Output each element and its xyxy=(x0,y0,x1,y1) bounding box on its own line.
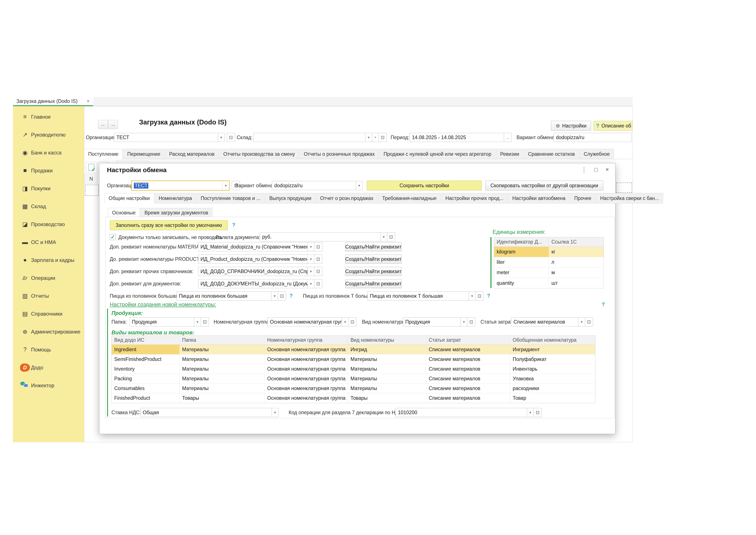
dtab-avtoobmen[interactable]: Настройки автообмена xyxy=(508,193,570,204)
chevron-down-icon[interactable]: ▾ xyxy=(469,292,475,300)
itab-osnovnye[interactable]: Основные xyxy=(108,208,140,217)
app-tab[interactable]: Загрузка данных (Dodo IS) × xyxy=(13,97,93,106)
materials-cell[interactable]: Материалы xyxy=(179,364,265,374)
help-icon[interactable]: ? xyxy=(289,293,293,299)
units-cell[interactable]: кг xyxy=(549,247,604,257)
open-link-icon[interactable]: ⊡ xyxy=(314,267,322,276)
materials-row-ingredient[interactable]: Ingredient Материалы Основная номенклату… xyxy=(112,345,595,354)
units-col2-header[interactable]: Ссылка 1С xyxy=(549,237,604,246)
open-link-icon[interactable]: ⊡ xyxy=(314,279,322,288)
folder-value[interactable]: Продукция xyxy=(129,317,194,326)
units-col1-header[interactable]: Идентификатор Д... xyxy=(494,237,549,246)
units-cell[interactable]: kilogram xyxy=(494,247,549,257)
help-icon[interactable]: ? xyxy=(602,301,605,307)
materials-cell[interactable]: Материалы xyxy=(179,383,265,393)
materials-cell[interactable]: Списание материалов xyxy=(426,383,510,393)
sidebar-item-bank-i-kassa[interactable]: ◉Банк и касса xyxy=(13,144,84,161)
materials-col-header[interactable]: Статья затрат xyxy=(426,336,510,345)
materials-cell[interactable]: Товары xyxy=(179,393,265,403)
materials-cell[interactable]: Ingredient xyxy=(112,345,179,354)
materials-cell[interactable]: Основная номенклатурная группа xyxy=(264,345,348,354)
materials-cell[interactable]: Packing xyxy=(112,374,179,383)
materials-row-inventory[interactable]: Inventory Материалы Основная номенклатур… xyxy=(112,364,595,374)
units-row-kilogram[interactable]: kilogram кг xyxy=(494,247,604,257)
grid-selected-row-left[interactable] xyxy=(85,185,99,196)
materials-cell[interactable]: Инвентарь xyxy=(510,364,595,374)
units-row-meter[interactable]: meter м xyxy=(494,268,604,278)
ellipsis-icon[interactable]: ... xyxy=(504,133,512,142)
units-cell[interactable]: liter xyxy=(494,257,549,267)
open-link-icon[interactable]: ⊡ xyxy=(201,317,209,326)
dtab-nomenklatura[interactable]: Номенклатура xyxy=(154,193,196,204)
itab-vremya-zagruzki[interactable]: Время загрузки документов xyxy=(140,208,212,217)
nomenclature-kind-value[interactable]: Продукция xyxy=(403,317,461,326)
attr-docs-field[interactable]: ИД_ДОДО_ДОКУМЕНТЫ_dodopizza_ru (Документ… xyxy=(198,279,322,288)
help-icon[interactable]: ? xyxy=(487,293,490,299)
sidebar-item-administrirovanie[interactable]: ⊛Администрирование xyxy=(13,323,84,341)
settings-button[interactable]: ⊛ Настройки xyxy=(551,121,591,131)
cost-item-value[interactable]: Списание материалов xyxy=(511,317,579,326)
dtab-prochee[interactable]: Прочее xyxy=(570,193,595,204)
sidebar-item-operacii[interactable]: ДтОперации xyxy=(13,269,84,287)
open-link-icon[interactable]: ⊡ xyxy=(278,292,286,300)
dialog-exchange-field[interactable]: dodopizza/ru ▾ xyxy=(272,181,363,190)
materials-cell[interactable]: Списание материалов xyxy=(426,354,510,364)
open-link-icon[interactable]: ⊡ xyxy=(227,133,235,142)
materials-cell[interactable]: Материалы xyxy=(348,364,426,374)
post-document-button[interactable]: ✓ xyxy=(86,162,97,173)
materials-col-header[interactable]: Вид додо ИС xyxy=(112,336,179,345)
units-row-liter[interactable]: liter л xyxy=(494,257,604,268)
units-cell[interactable]: м xyxy=(549,268,604,278)
org-filter-value[interactable]: ТЕСТ xyxy=(114,133,218,142)
open-link-icon[interactable]: ⊡ xyxy=(387,232,395,241)
sidebar-item-rukovoditelyu[interactable]: ↗Руководителю xyxy=(13,126,84,144)
attr-docs-value[interactable]: ИД_ДОДО_ДОКУМЕНТЫ_dodopizza_ru (Документ… xyxy=(198,279,308,288)
pizza-half-t-value[interactable]: Пицца из половинок Т большая xyxy=(367,292,469,300)
more-menu-icon[interactable]: ⋮ xyxy=(580,166,588,173)
chevron-down-icon[interactable]: ▾ xyxy=(308,267,314,276)
materials-cell[interactable]: Consumables xyxy=(112,383,179,393)
open-link-icon[interactable]: ⊡ xyxy=(314,255,322,264)
sidebar-item-sklad[interactable]: ▦Склад xyxy=(13,197,84,215)
opcode-field[interactable]: 1010200 ▾ ⊡ xyxy=(395,408,542,417)
grid-selected-row-right[interactable] xyxy=(616,183,632,193)
chevron-down-icon[interactable]: ▾ xyxy=(308,279,314,288)
chevron-down-icon[interactable]: ▾ xyxy=(272,408,279,417)
materials-cell[interactable]: Основная номенклатурная группа xyxy=(264,354,348,364)
tab-rashod-materialov[interactable]: Расход материалов xyxy=(165,149,219,159)
attr-refs-value[interactable]: ИД_ДОДО_СПРАВОЧНИКИ_dodopizza_ru (Справо… xyxy=(198,267,308,276)
materials-cell[interactable]: Товары xyxy=(348,393,426,403)
dtab-otchet-o-rozn[interactable]: Отчет о розн.продажах xyxy=(316,193,377,204)
vat-rate-value[interactable]: Общая xyxy=(140,408,272,417)
materials-row-semifinished[interactable]: SemiFinishedProduct Материалы Основная н… xyxy=(112,354,595,364)
forward-button[interactable]: → xyxy=(108,120,118,129)
dtab-sverka-s-bankom[interactable]: Настройка сверки с бан... xyxy=(596,193,663,204)
grid-n-column-header[interactable]: N xyxy=(85,174,98,184)
attr-docs-create-button[interactable]: Создать/Найти реквизит xyxy=(345,279,402,288)
open-link-icon[interactable]: ⊡ xyxy=(314,242,322,251)
close-icon[interactable]: × xyxy=(603,166,611,173)
materials-col-header[interactable]: Вид номенклатуры xyxy=(348,336,426,345)
new-nomenclature-heading[interactable]: Настройки создания новой номенклатуры: xyxy=(110,301,216,308)
open-link-icon[interactable]: ⊡ xyxy=(475,292,483,300)
dtab-obschie-nastroyki[interactable]: Общие настройки xyxy=(105,193,154,204)
materials-cell[interactable]: Материалы xyxy=(179,345,265,354)
materials-cell[interactable]: Списание материалов xyxy=(426,374,510,383)
sidebar-item-pokupki[interactable]: ◨Покупки xyxy=(13,180,84,197)
sidebar-item-glavnoe[interactable]: ≡Главное xyxy=(13,108,84,126)
materials-col-header[interactable]: Номенклатурная группа xyxy=(264,336,348,345)
attr-material-value[interactable]: ИД_Material_dodopizza_ru (Справочник "Но… xyxy=(198,242,308,251)
warehouse-filter-value[interactable] xyxy=(254,133,365,142)
maximize-icon[interactable]: □ xyxy=(592,166,600,173)
materials-cell[interactable]: Основная номенклатурная группа xyxy=(264,383,348,393)
exchange-variant-field[interactable]: dodopizza/ru xyxy=(554,133,632,142)
sidebar-item-pomosch[interactable]: ?Помощь xyxy=(13,341,84,358)
pizza-half-t-field[interactable]: Пицца из половинок Т большая ▾ ⊡ xyxy=(367,292,483,300)
back-button[interactable]: ← xyxy=(98,120,108,129)
fill-defaults-button[interactable]: Заполнить сразу все настройки по умолчан… xyxy=(110,220,228,230)
help-icon[interactable]: ? xyxy=(232,222,235,228)
period-filter-field[interactable]: 14.08.2025 - 14.08.2025 ... xyxy=(410,133,512,142)
dialog-org-field[interactable]: ТЕСТ ▾ xyxy=(131,181,230,190)
tab-otchety-proizvodstva[interactable]: Отчеты производства за смену xyxy=(219,149,299,159)
materials-cell[interactable]: Материалы xyxy=(179,354,265,364)
